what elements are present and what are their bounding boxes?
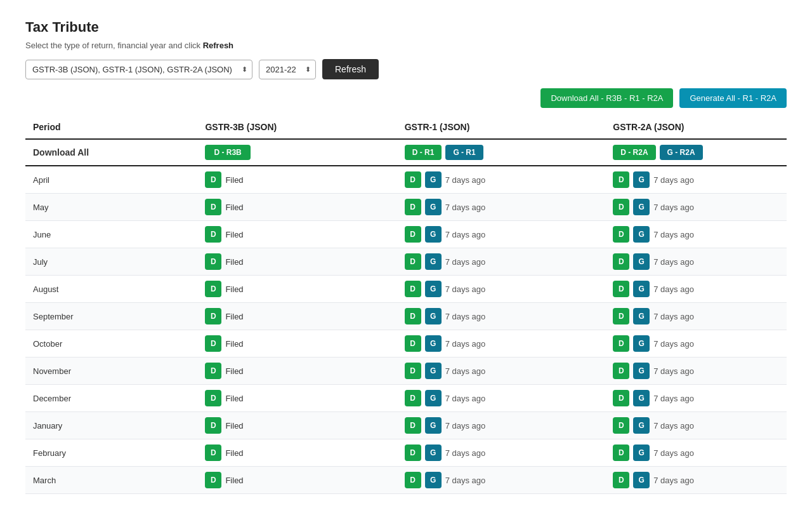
r2a-g-button[interactable]: G — [633, 171, 650, 188]
download-all-button[interactable]: Download All - R3B - R1 - R2A — [540, 88, 673, 108]
r2a-d-button[interactable]: D — [613, 390, 629, 406]
download-all-r2a: D - R2A G - R2A — [605, 139, 787, 166]
r3b-d-button[interactable]: D — [205, 226, 221, 243]
r2a-cell: DG7 days ago — [605, 330, 787, 358]
download-all-period: Download All — [25, 139, 197, 166]
r3b-d-button[interactable]: D — [205, 363, 221, 379]
r2a-d-button[interactable]: D — [613, 226, 629, 243]
r1-cell: DG7 days ago — [397, 303, 606, 330]
r1-g-button[interactable]: G — [425, 199, 442, 215]
r3b-d-button[interactable]: D — [205, 171, 221, 188]
r3b-d-button[interactable]: D — [205, 390, 221, 406]
r2a-d-button[interactable]: D — [613, 335, 629, 352]
period-cell: September — [25, 303, 197, 330]
r1-d-button[interactable]: D — [405, 390, 421, 406]
r2a-g-button[interactable]: G — [633, 335, 650, 352]
r1-days-ago: 7 days ago — [445, 312, 486, 321]
subtitle: Select the type of return, financial yea… — [25, 41, 787, 50]
r2a-g-button[interactable]: G — [633, 226, 650, 243]
r1-g-button[interactable]: G — [425, 253, 442, 270]
r1-g-button[interactable]: G — [425, 363, 442, 379]
r1-d-button[interactable]: D — [405, 226, 421, 243]
r2a-d-button[interactable]: D — [613, 253, 629, 270]
return-type-wrapper: GSTR-3B (JSON), GSTR-1 (JSON), GSTR-2A (… — [25, 60, 252, 79]
period-cell: April — [25, 166, 197, 194]
r3b-cell: DFiled — [197, 248, 396, 276]
r3b-d-button[interactable]: D — [205, 253, 221, 270]
r1-g-button[interactable]: G — [425, 335, 442, 352]
generate-all-button[interactable]: Generate All - R1 - R2A — [679, 88, 787, 108]
r2a-days-ago: 7 days ago — [653, 476, 694, 485]
table-row: DecemberDFiledDG7 days agoDG7 days ago — [25, 385, 787, 412]
r3b-d-button[interactable]: D — [205, 472, 221, 488]
download-all-r1-g-button[interactable]: G - R1 — [445, 145, 483, 160]
r1-d-button[interactable]: D — [405, 417, 421, 434]
r1-d-button[interactable]: D — [405, 281, 421, 297]
download-all-r1-d-button[interactable]: D - R1 — [405, 145, 442, 160]
r3b-d-button[interactable]: D — [205, 199, 221, 215]
download-all-r2a-d-button[interactable]: D - R2A — [613, 145, 655, 160]
r2a-cell: DG7 days ago — [605, 194, 787, 221]
header-r2a: GSTR-2A (JSON) — [605, 116, 787, 139]
r1-g-button[interactable]: G — [425, 226, 442, 243]
download-all-row: Download All D - R3B D - R1 G - R1 D - R… — [25, 139, 787, 166]
r1-cell: DG7 days ago — [397, 439, 606, 467]
r2a-d-button[interactable]: D — [613, 472, 629, 488]
r2a-g-button[interactable]: G — [633, 444, 650, 461]
r2a-cell: DG7 days ago — [605, 276, 787, 303]
r2a-g-button[interactable]: G — [633, 363, 650, 379]
r3b-d-button[interactable]: D — [205, 308, 221, 324]
r3b-d-button[interactable]: D — [205, 417, 221, 434]
r3b-cell: DFiled — [197, 412, 396, 439]
r1-d-button[interactable]: D — [405, 171, 421, 188]
r1-d-button[interactable]: D — [405, 335, 421, 352]
year-select[interactable]: 2021-22 — [259, 60, 316, 79]
r1-g-button[interactable]: G — [425, 444, 442, 461]
r2a-d-button[interactable]: D — [613, 444, 629, 461]
r2a-cell: DG7 days ago — [605, 221, 787, 248]
r1-d-button[interactable]: D — [405, 308, 421, 324]
r3b-d-button[interactable]: D — [205, 281, 221, 297]
table-row: MarchDFiledDG7 days agoDG7 days ago — [25, 467, 787, 494]
r3b-d-button[interactable]: D — [205, 444, 221, 461]
r3b-status: Filed — [225, 175, 243, 185]
refresh-button[interactable]: Refresh — [322, 59, 379, 79]
r1-d-button[interactable]: D — [405, 472, 421, 488]
r1-days-ago: 7 days ago — [445, 394, 486, 403]
r1-d-button[interactable]: D — [405, 363, 421, 379]
r2a-d-button[interactable]: D — [613, 417, 629, 434]
r2a-d-button[interactable]: D — [613, 308, 629, 324]
r1-g-button[interactable]: G — [425, 281, 442, 297]
r1-g-button[interactable]: G — [425, 308, 442, 324]
period-cell: July — [25, 248, 197, 276]
main-table: Period GSTR-3B (JSON) GSTR-1 (JSON) GSTR… — [25, 116, 787, 494]
r1-g-button[interactable]: G — [425, 417, 442, 434]
download-all-r2a-g-button[interactable]: G - R2A — [660, 145, 703, 160]
r2a-d-button[interactable]: D — [613, 281, 629, 297]
r2a-g-button[interactable]: G — [633, 390, 650, 406]
r3b-cell: DFiled — [197, 467, 396, 494]
r2a-g-button[interactable]: G — [633, 253, 650, 270]
r1-g-button[interactable]: G — [425, 472, 442, 488]
r2a-d-button[interactable]: D — [613, 171, 629, 188]
r2a-g-button[interactable]: G — [633, 472, 650, 488]
return-type-select[interactable]: GSTR-3B (JSON), GSTR-1 (JSON), GSTR-2A (… — [25, 60, 252, 79]
action-buttons-bar: Download All - R3B - R1 - R2A Generate A… — [25, 88, 787, 108]
r2a-days-ago: 7 days ago — [653, 312, 694, 321]
r2a-d-button[interactable]: D — [613, 199, 629, 215]
r2a-days-ago: 7 days ago — [653, 230, 694, 239]
r1-g-button[interactable]: G — [425, 390, 442, 406]
r1-g-button[interactable]: G — [425, 171, 442, 188]
period-cell: November — [25, 358, 197, 385]
r2a-g-button[interactable]: G — [633, 281, 650, 297]
r1-d-button[interactable]: D — [405, 444, 421, 461]
download-all-r3b-button[interactable]: D - R3B — [205, 145, 250, 160]
r2a-g-button[interactable]: G — [633, 199, 650, 215]
r3b-d-button[interactable]: D — [205, 335, 221, 352]
r1-d-button[interactable]: D — [405, 199, 421, 215]
r1-d-button[interactable]: D — [405, 253, 421, 270]
r2a-g-button[interactable]: G — [633, 308, 650, 324]
r2a-g-button[interactable]: G — [633, 417, 650, 434]
r3b-cell: DFiled — [197, 303, 396, 330]
r2a-d-button[interactable]: D — [613, 363, 629, 379]
